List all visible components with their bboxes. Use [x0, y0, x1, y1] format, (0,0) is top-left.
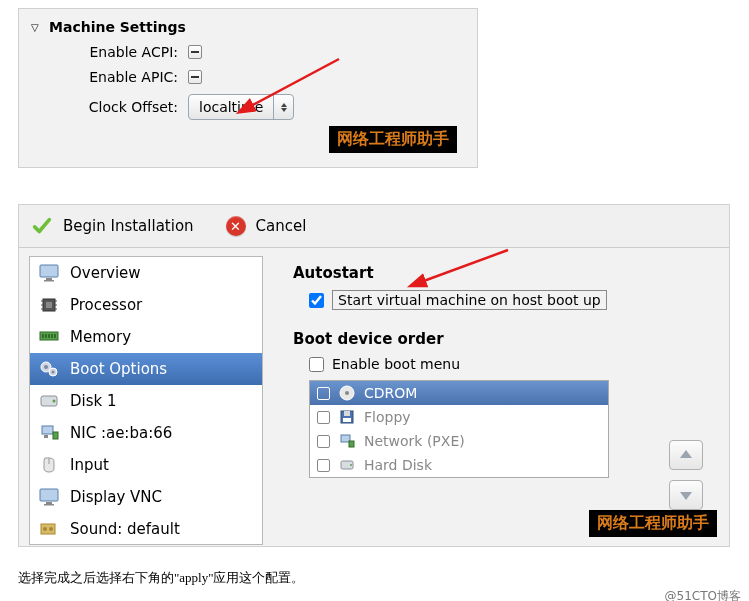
boot-item-label: Floppy: [364, 409, 411, 425]
sidebar-item-overview[interactable]: Overview: [30, 257, 262, 289]
sidebar-item-label: Sound: default: [70, 520, 180, 538]
svg-rect-38: [343, 418, 351, 422]
toolbar: Begin Installation ✕ Cancel: [19, 205, 729, 248]
svg-rect-25: [44, 435, 48, 438]
sidebar-item-label: Processor: [70, 296, 142, 314]
gears-icon: [38, 359, 60, 379]
mouse-icon: [38, 455, 60, 475]
clock-offset-dropdown[interactable]: localtime: [188, 94, 294, 120]
svg-rect-30: [44, 504, 54, 506]
cdrom-icon: [338, 385, 356, 401]
svg-point-23: [53, 400, 56, 403]
svg-point-19: [44, 365, 48, 369]
watermark: 网络工程师助手: [329, 126, 457, 153]
sidebar-item-label: Boot Options: [70, 360, 167, 378]
sidebar-item-label: Display VNC: [70, 488, 162, 506]
svg-rect-29: [46, 502, 52, 504]
sidebar-item-disk1[interactable]: Disk 1: [30, 385, 262, 417]
svg-point-35: [345, 391, 349, 395]
cancel-button[interactable]: Cancel: [256, 217, 307, 235]
boot-order-buttons: [669, 440, 703, 510]
svg-rect-1: [40, 265, 58, 277]
enable-apic-row: Enable APIC:: [73, 69, 459, 85]
svg-rect-26: [53, 432, 58, 439]
sidebar-item-label: NIC :ae:ba:66: [70, 424, 172, 442]
svg-rect-2: [46, 278, 52, 280]
watermark: 网络工程师助手: [589, 510, 717, 537]
begin-check-icon: [31, 215, 53, 237]
svg-rect-17: [54, 334, 56, 338]
sidebar-item-nic[interactable]: NIC :ae:ba:66: [30, 417, 262, 449]
svg-rect-14: [45, 334, 47, 338]
boot-device-list: CDROM Floppy Network (PXE) Hard Disk: [309, 380, 609, 478]
svg-rect-13: [42, 334, 44, 338]
boot-item-cdrom[interactable]: CDROM: [310, 381, 608, 405]
display-icon: [38, 487, 60, 507]
boot-item-checkbox[interactable]: [317, 459, 330, 472]
autostart-header: Autostart: [293, 264, 709, 282]
sidebar-item-memory[interactable]: Memory: [30, 321, 262, 353]
boot-item-floppy[interactable]: Floppy: [310, 405, 608, 429]
sidebar: Overview Processor Memory Boot Options D…: [29, 256, 263, 545]
vm-config-panel: Begin Installation ✕ Cancel Overview Pro…: [18, 204, 730, 547]
move-down-button[interactable]: [669, 480, 703, 510]
begin-installation-button[interactable]: Begin Installation: [63, 217, 194, 235]
enable-apic-label: Enable APIC:: [73, 69, 178, 85]
svg-rect-5: [46, 302, 52, 308]
autostart-row: Start virtual machine on host boot up: [309, 290, 709, 310]
sidebar-item-label: Input: [70, 456, 109, 474]
sidebar-item-label: Disk 1: [70, 392, 117, 410]
sidebar-item-boot-options[interactable]: Boot Options: [30, 353, 262, 385]
autostart-label: Start virtual machine on host boot up: [332, 290, 607, 310]
memory-icon: [38, 327, 60, 347]
enable-boot-menu-checkbox[interactable]: [309, 357, 324, 372]
svg-point-21: [52, 371, 55, 374]
svg-rect-24: [42, 426, 53, 434]
enable-boot-menu-row: Enable boot menu: [309, 356, 709, 372]
clock-offset-label: Clock Offset:: [73, 99, 178, 115]
sidebar-item-display-vnc[interactable]: Display VNC: [30, 481, 262, 513]
boot-item-checkbox[interactable]: [317, 387, 330, 400]
machine-settings-panel: ▽ Machine Settings Enable ACPI: Enable A…: [18, 8, 478, 168]
sidebar-item-processor[interactable]: Processor: [30, 289, 262, 321]
sidebar-item-label: Overview: [70, 264, 141, 282]
svg-rect-16: [51, 334, 53, 338]
svg-rect-15: [48, 334, 50, 338]
svg-rect-40: [349, 441, 354, 447]
enable-apic-checkbox[interactable]: [188, 70, 202, 84]
monitor-icon: [38, 263, 60, 283]
clock-offset-row: Clock Offset: localtime: [73, 94, 459, 120]
credit-text: @51CTO博客: [665, 588, 741, 601]
boot-item-checkbox[interactable]: [317, 411, 330, 424]
caption-text: 选择完成之后选择右下角的"apply"应用这个配置。: [18, 569, 749, 587]
svg-rect-3: [44, 280, 54, 282]
boot-item-checkbox[interactable]: [317, 435, 330, 448]
disk-icon: [38, 391, 60, 411]
boot-item-harddisk[interactable]: Hard Disk: [310, 453, 608, 477]
floppy-icon: [338, 409, 356, 425]
collapse-triangle-icon[interactable]: ▽: [31, 22, 43, 33]
boot-order-header: Boot device order: [293, 330, 709, 348]
boot-item-network[interactable]: Network (PXE): [310, 429, 608, 453]
svg-rect-37: [344, 411, 350, 416]
enable-acpi-label: Enable ACPI:: [73, 44, 178, 60]
svg-rect-28: [40, 489, 58, 501]
move-up-button[interactable]: [669, 440, 703, 470]
enable-acpi-checkbox[interactable]: [188, 45, 202, 59]
svg-point-33: [49, 527, 53, 531]
harddisk-icon: [338, 457, 356, 473]
autostart-checkbox[interactable]: [309, 293, 324, 308]
enable-acpi-row: Enable ACPI:: [73, 44, 459, 60]
sidebar-item-input[interactable]: Input: [30, 449, 262, 481]
boot-item-label: Hard Disk: [364, 457, 432, 473]
clock-offset-value: localtime: [189, 99, 273, 115]
cpu-icon: [38, 295, 60, 315]
network-pxe-icon: [338, 433, 356, 449]
nic-icon: [38, 423, 60, 443]
section-title: Machine Settings: [49, 19, 186, 35]
machine-settings-header[interactable]: ▽ Machine Settings: [31, 19, 459, 35]
sidebar-item-sound[interactable]: Sound: default: [30, 513, 262, 545]
sidebar-item-label: Memory: [70, 328, 131, 346]
sound-icon: [38, 519, 60, 539]
dropdown-stepper-icon[interactable]: [273, 95, 293, 119]
